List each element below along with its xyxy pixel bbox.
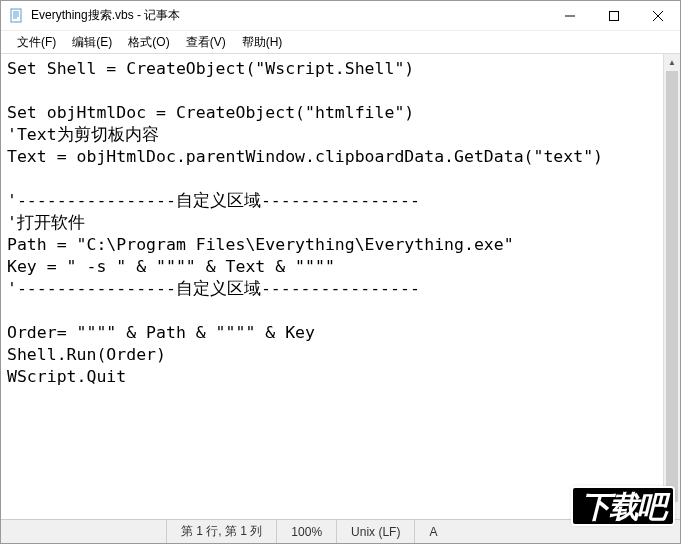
watermark-logo: 下载吧 <box>573 488 673 524</box>
menu-view[interactable]: 查看(V) <box>178 32 234 53</box>
svg-rect-6 <box>610 11 619 20</box>
menu-format[interactable]: 格式(O) <box>120 32 177 53</box>
status-position: 第 1 行, 第 1 列 <box>166 520 276 543</box>
titlebar: Everything搜索.vbs - 记事本 <box>1 1 680 31</box>
minimize-button[interactable] <box>548 1 592 30</box>
notepad-icon <box>9 8 25 24</box>
scroll-thumb[interactable] <box>666 71 678 502</box>
menu-file[interactable]: 文件(F) <box>9 32 64 53</box>
notepad-window: Everything搜索.vbs - 记事本 文件(F) 编辑(E) 格式(O)… <box>0 0 681 544</box>
status-encoding: A <box>414 520 477 543</box>
vertical-scrollbar[interactable]: ▲ ▼ <box>663 54 680 519</box>
status-spacer <box>1 520 166 543</box>
menu-edit[interactable]: 编辑(E) <box>64 32 120 53</box>
menubar: 文件(F) 编辑(E) 格式(O) 查看(V) 帮助(H) <box>1 31 680 53</box>
scroll-up-arrow[interactable]: ▲ <box>664 54 680 71</box>
editor-area: Set Shell = CreateObject("Wscript.Shell"… <box>1 53 680 519</box>
close-button[interactable] <box>636 1 680 30</box>
scroll-track[interactable] <box>664 71 680 502</box>
window-title: Everything搜索.vbs - 记事本 <box>31 7 548 24</box>
status-eol: Unix (LF) <box>336 520 414 543</box>
status-zoom: 100% <box>276 520 336 543</box>
watermark-text: 下载吧 <box>573 488 673 524</box>
window-controls <box>548 1 680 30</box>
text-editor[interactable]: Set Shell = CreateObject("Wscript.Shell"… <box>1 54 663 519</box>
menu-help[interactable]: 帮助(H) <box>234 32 291 53</box>
maximize-button[interactable] <box>592 1 636 30</box>
